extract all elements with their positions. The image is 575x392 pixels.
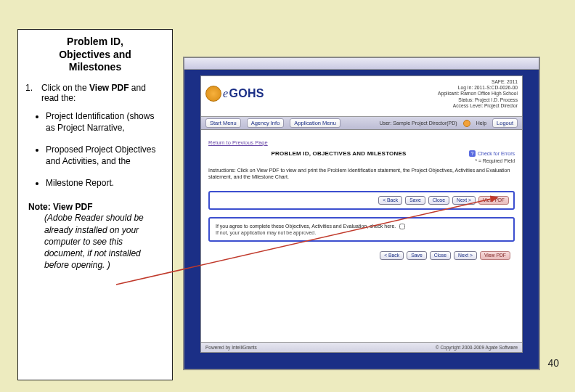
page-body: Return to Previous Page PROBLEM ID, OBJE… bbox=[201, 130, 522, 266]
page-title: PROBLEM ID, OBJECTIVES AND MILESTONES bbox=[208, 150, 469, 157]
view-pdf-button[interactable]: View PDF bbox=[478, 196, 509, 205]
breadcrumb-link[interactable]: Return to Previous Page bbox=[208, 139, 268, 146]
app-header: eGOHS SAFE: 2011 Log In: 2011-S:CD-0026-… bbox=[201, 76, 522, 117]
meta-line: Access Level: Project Director bbox=[438, 103, 518, 109]
note: Note: View PDF (Adobe Reader should be a… bbox=[25, 202, 165, 271]
app-logo: eGOHS bbox=[205, 79, 264, 109]
nav-user: User: Sample Project Director(PD) bbox=[380, 121, 457, 126]
agreement-box: If you agree to complete these Objective… bbox=[208, 217, 515, 242]
panel-title: Problem ID, Objectives and Milestones bbox=[25, 36, 165, 74]
button-row-bottom: < Back Save Close Next > View PDF bbox=[208, 249, 515, 262]
next-button[interactable]: Next > bbox=[454, 251, 477, 260]
check-errors-label: Check for Errors bbox=[478, 151, 515, 156]
nav-application-menu[interactable]: Application Menu bbox=[290, 118, 340, 128]
bullet-list: Project Identification (shows as Project… bbox=[25, 110, 165, 189]
nav-agency-info[interactable]: Agency Info bbox=[247, 118, 285, 128]
panel-title-line1: Problem ID, bbox=[67, 36, 123, 47]
panel-title-line3: Milestones bbox=[69, 61, 121, 73]
note-label: Note: View PDF bbox=[28, 202, 92, 212]
step-1: 1. Click on the View PDF and read the: bbox=[25, 83, 165, 103]
required-field-note: * = Required Field bbox=[469, 158, 515, 163]
header-meta: SAFE: 2011 Log In: 2011-S:CD-0026-00 App… bbox=[438, 79, 518, 109]
close-button[interactable]: Close bbox=[428, 196, 449, 205]
check-errors-link[interactable]: ? Check for Errors bbox=[469, 150, 515, 157]
brand-text: eGOHS bbox=[223, 87, 264, 100]
meta-line: Applicant: Ramon Office High School bbox=[438, 91, 518, 97]
instruction-panel: Problem ID, Objectives and Milestones 1.… bbox=[17, 29, 173, 380]
save-button[interactable]: Save bbox=[407, 251, 427, 260]
nav-help[interactable]: Help bbox=[476, 121, 486, 126]
bullet-item: Milestone Report. bbox=[46, 177, 165, 189]
meta-line: Log In: 2011-S:CD-0026-00 bbox=[438, 85, 518, 91]
button-row-top: < Back Save Close Next > View PDF bbox=[208, 191, 515, 210]
next-button[interactable]: Next > bbox=[452, 196, 476, 205]
meta-line: SAFE: 2011 bbox=[438, 79, 518, 85]
note-body: (Adobe Reader should be already installe… bbox=[28, 212, 162, 271]
back-button[interactable]: < Back bbox=[380, 251, 404, 260]
app-footer: Powered by IntelliGrants © Copyright 200… bbox=[201, 342, 522, 352]
help-icon[interactable] bbox=[463, 120, 470, 127]
agree-line1: If you agree to complete these Objective… bbox=[216, 224, 396, 229]
bullet-item: Proposed Project Objectives and Activiti… bbox=[46, 144, 165, 167]
navbar: Start Menu Agency Info Application Menu … bbox=[201, 117, 522, 130]
back-button[interactable]: < Back bbox=[378, 196, 402, 205]
slide-number: 40 bbox=[547, 357, 559, 369]
step-bold: View PDF bbox=[89, 83, 129, 93]
meta-line: Status: Project I.D. Process bbox=[438, 97, 518, 103]
logo-icon bbox=[205, 86, 221, 102]
app-viewport: eGOHS SAFE: 2011 Log In: 2011-S:CD-0026-… bbox=[184, 70, 539, 369]
footer-left: Powered by IntelliGrants bbox=[205, 345, 257, 350]
close-button[interactable]: Close bbox=[430, 251, 451, 260]
save-button[interactable]: Save bbox=[405, 196, 425, 205]
question-icon: ? bbox=[469, 150, 476, 157]
step-number: 1. bbox=[25, 83, 36, 103]
step-prefix: Click on the bbox=[41, 83, 89, 93]
brand-e: e bbox=[223, 87, 228, 99]
instructions-text: Instructions: Click on View PDF to view … bbox=[208, 168, 515, 181]
footer-right: © Copyright 2000-2009 Agate Software bbox=[436, 345, 518, 350]
bullet-item: Project Identification (shows as Project… bbox=[46, 110, 165, 134]
step-text: Click on the View PDF and read the: bbox=[41, 83, 146, 103]
window-titlebar bbox=[184, 58, 539, 70]
panel-title-line2: Objectives and bbox=[59, 49, 131, 60]
agree-checkbox[interactable] bbox=[399, 224, 405, 229]
nav-start-menu[interactable]: Start Menu bbox=[205, 118, 241, 128]
agree-line2: If not, your application may not be appr… bbox=[216, 230, 316, 235]
app-screenshot: eGOHS SAFE: 2011 Log In: 2011-S:CD-0026-… bbox=[183, 57, 540, 370]
view-pdf-button[interactable]: View PDF bbox=[480, 251, 510, 260]
nav-logout[interactable]: Logout bbox=[492, 118, 518, 128]
app-card: eGOHS SAFE: 2011 Log In: 2011-S:CD-0026-… bbox=[200, 75, 523, 353]
brand-rest: GOHS bbox=[229, 87, 264, 99]
